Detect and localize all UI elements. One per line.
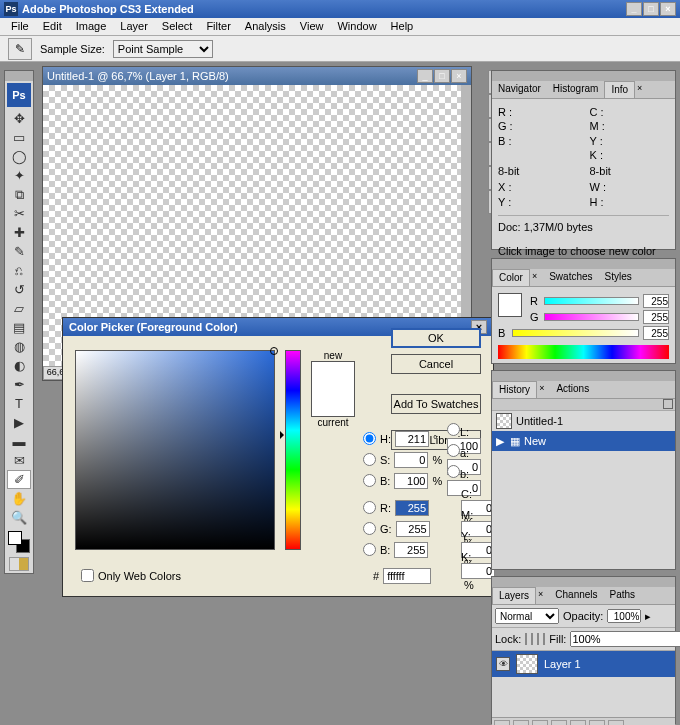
- pen-tool[interactable]: ✒: [7, 375, 31, 394]
- s-radio[interactable]: [363, 453, 376, 466]
- minimize-button[interactable]: _: [626, 2, 642, 16]
- tab-history[interactable]: History: [492, 381, 537, 398]
- g-radio[interactable]: [363, 522, 376, 535]
- bb-input[interactable]: [394, 542, 428, 558]
- cancel-button[interactable]: Cancel: [391, 354, 481, 374]
- lasso-tool[interactable]: ◯: [7, 147, 31, 166]
- gradient-tool[interactable]: ▤: [7, 318, 31, 337]
- color-ramp[interactable]: [498, 345, 669, 359]
- zoom-tool[interactable]: 🔍: [7, 508, 31, 527]
- add-to-swatches-button[interactable]: Add To Swatches: [391, 394, 481, 414]
- doc-close-button[interactable]: ×: [451, 69, 467, 83]
- wand-tool[interactable]: ✦: [7, 166, 31, 185]
- tab-color[interactable]: Color: [492, 269, 530, 286]
- layer-row[interactable]: 👁 Layer 1: [492, 651, 675, 677]
- delete-layer-icon[interactable]: [608, 720, 624, 725]
- r-radio[interactable]: [363, 501, 376, 514]
- menu-file[interactable]: File: [4, 18, 36, 35]
- b-radio[interactable]: [447, 465, 460, 478]
- r-value[interactable]: [643, 294, 669, 308]
- k-input[interactable]: [461, 563, 495, 579]
- tab-styles[interactable]: Styles: [599, 269, 638, 286]
- panel-grip[interactable]: [492, 71, 675, 81]
- color-field[interactable]: [75, 350, 275, 550]
- type-tool[interactable]: T: [7, 394, 31, 413]
- only-web-colors-checkbox[interactable]: [81, 569, 94, 582]
- new-current-swatch[interactable]: [311, 361, 355, 417]
- hand-tool[interactable]: ✋: [7, 489, 31, 508]
- layers-close-icon[interactable]: ×: [532, 587, 549, 604]
- layer-name[interactable]: Layer 1: [544, 658, 581, 670]
- maximize-button[interactable]: □: [643, 2, 659, 16]
- eraser-tool[interactable]: ▱: [7, 299, 31, 318]
- bv-radio[interactable]: [363, 474, 376, 487]
- info-close-icon[interactable]: ×: [631, 81, 648, 98]
- menu-analysis[interactable]: Analysis: [238, 18, 293, 35]
- stamp-tool[interactable]: ⎌: [7, 261, 31, 280]
- history-brush-tool[interactable]: ↺: [7, 280, 31, 299]
- menu-edit[interactable]: Edit: [36, 18, 69, 35]
- layer-mask-icon[interactable]: [532, 720, 548, 725]
- new-layer-icon[interactable]: [589, 720, 605, 725]
- lock-transparent-icon[interactable]: [525, 633, 527, 645]
- blend-mode-select[interactable]: Normal: [495, 608, 559, 624]
- panel-grip[interactable]: [5, 71, 33, 81]
- b-value[interactable]: [643, 326, 669, 340]
- layer-style-icon[interactable]: [513, 720, 529, 725]
- lock-all-icon[interactable]: [543, 633, 545, 645]
- b-slider[interactable]: [512, 329, 639, 337]
- g-value[interactable]: [643, 310, 669, 324]
- history-state[interactable]: ▶▦New: [492, 431, 675, 451]
- panel-grip[interactable]: [492, 259, 675, 269]
- panel-grip[interactable]: [492, 577, 675, 587]
- g-input[interactable]: [396, 521, 430, 537]
- menu-help[interactable]: Help: [384, 18, 421, 35]
- tab-navigator[interactable]: Navigator: [492, 81, 547, 98]
- tab-paths[interactable]: Paths: [604, 587, 642, 604]
- hue-slider[interactable]: [285, 350, 301, 550]
- fill-input[interactable]: [570, 631, 680, 647]
- hue-slider-thumb[interactable]: [280, 431, 288, 439]
- doc-maximize-button[interactable]: □: [434, 69, 450, 83]
- brush-tool[interactable]: ✎: [7, 242, 31, 261]
- a-radio[interactable]: [447, 444, 460, 457]
- snapshot-button[interactable]: [663, 399, 673, 409]
- tab-channels[interactable]: Channels: [549, 587, 603, 604]
- dodge-tool[interactable]: ◐: [7, 356, 31, 375]
- link-layers-icon[interactable]: [494, 720, 510, 725]
- eyedropper-tool[interactable]: ✐: [7, 470, 31, 489]
- notes-tool[interactable]: ✉: [7, 451, 31, 470]
- lock-position-icon[interactable]: [537, 633, 539, 645]
- tab-histogram[interactable]: Histogram: [547, 81, 605, 98]
- heal-tool[interactable]: ✚: [7, 223, 31, 242]
- marquee-tool[interactable]: ▭: [7, 128, 31, 147]
- bb-radio[interactable]: [363, 543, 376, 556]
- group-icon[interactable]: [570, 720, 586, 725]
- history-snapshot[interactable]: Untitled-1: [492, 411, 675, 431]
- color-close-icon[interactable]: ×: [526, 269, 543, 286]
- s-input[interactable]: [394, 452, 428, 468]
- quickmask-toggle[interactable]: [9, 557, 29, 571]
- l-radio[interactable]: [447, 423, 460, 436]
- doc-minimize-button[interactable]: _: [417, 69, 433, 83]
- blur-tool[interactable]: ◍: [7, 337, 31, 356]
- move-tool[interactable]: ✥: [7, 109, 31, 128]
- opacity-flyout-icon[interactable]: ▸: [645, 610, 651, 623]
- menu-image[interactable]: Image: [69, 18, 114, 35]
- menu-layer[interactable]: Layer: [113, 18, 155, 35]
- lock-pixels-icon[interactable]: [531, 633, 533, 645]
- visibility-toggle-icon[interactable]: 👁: [496, 657, 510, 671]
- g-slider[interactable]: [544, 313, 639, 321]
- slice-tool[interactable]: ✂: [7, 204, 31, 223]
- color-swatch[interactable]: [498, 293, 522, 317]
- sample-size-select[interactable]: Point Sample: [113, 40, 213, 58]
- eyedropper-tool-icon[interactable]: ✎: [8, 38, 32, 60]
- h-radio[interactable]: [363, 432, 376, 445]
- hist-close-icon[interactable]: ×: [533, 381, 550, 398]
- crop-tool[interactable]: ⧉: [7, 185, 31, 204]
- opacity-input[interactable]: [607, 609, 641, 623]
- h-input[interactable]: [395, 431, 429, 447]
- ok-button[interactable]: OK: [391, 328, 481, 348]
- menu-select[interactable]: Select: [155, 18, 200, 35]
- hex-input[interactable]: [383, 568, 431, 584]
